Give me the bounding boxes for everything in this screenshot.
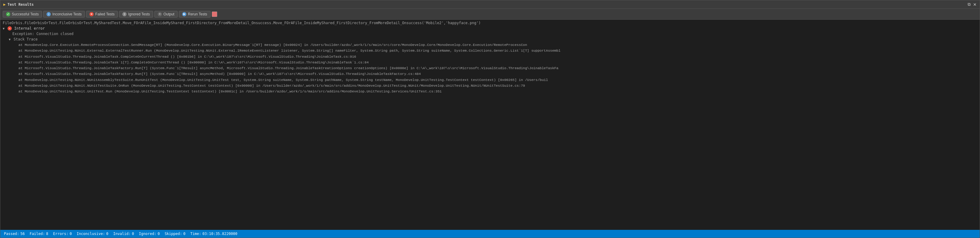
- status-passed: Passed: 56: [4, 232, 25, 236]
- tab-rerun-label: Rerun Tests: [188, 12, 207, 16]
- passed-label: Passed:: [4, 232, 19, 236]
- title-bar-right: ⧉ ✕: [967, 2, 977, 7]
- exception-text: Exception: Connection closed: [13, 32, 73, 36]
- check-icon: ✓: [6, 12, 10, 16]
- ignored-value: 0: [158, 232, 160, 236]
- title-bar-left: ▶ Test Results: [3, 2, 34, 6]
- tab-ignored[interactable]: ! Ignored Tests: [119, 11, 153, 17]
- passed-value: 56: [21, 232, 25, 236]
- time-label: Time:: [190, 232, 201, 236]
- exception-line: Exception: Connection closed: [0, 31, 980, 36]
- error-icon: ✕: [8, 26, 12, 30]
- lightning-icon: ▶: [3, 2, 6, 6]
- time-value: 03:10:35.8220000: [202, 232, 237, 236]
- file-path-text: FileOrbis.FileOrbisOrTest.FileOrbisOrTes…: [3, 21, 480, 25]
- stack-line-8: at MonoDevelop.UnitTesting.NUnit.UnitTes…: [0, 89, 980, 94]
- failed-value: 8: [46, 232, 48, 236]
- restore-button[interactable]: ⧉: [967, 2, 970, 7]
- tab-ignored-label: Ignored Tests: [128, 12, 150, 16]
- stack-trace-label: Stack Trace: [14, 37, 37, 41]
- status-failed: Failed: 8: [30, 232, 48, 236]
- stack-line-0: at MonoDevelop.Core.Execution.RemoteProc…: [0, 42, 980, 48]
- failed-label: Failed:: [30, 232, 45, 236]
- internal-error-label: Internal error: [14, 26, 45, 30]
- stack-line-3: at Microsoft.VisualStudio.Threading.Join…: [0, 59, 980, 65]
- stack-line-4: at Microsoft.VisualStudio.Threading.Join…: [0, 65, 980, 71]
- stack-line-6: at MonoDevelop.UnitTesting.NUnit.NUnitAs…: [0, 77, 980, 83]
- tab-inconclusive-label: Inconclusive Tests: [52, 12, 81, 16]
- status-time: Time: 03:10:35.8220000: [190, 232, 237, 236]
- tab-output-label: Output: [164, 12, 174, 16]
- stack-line-1: at MonoDevelop.UnitTesting.NUnit.Externa…: [0, 48, 980, 54]
- ignored-icon: !: [123, 12, 127, 16]
- window-title: Test Results: [8, 2, 34, 6]
- skipped-label: Skipped:: [165, 232, 182, 236]
- test-results-window: ▶ Test Results ⧉ ✕ ✓ Successful Tests i …: [0, 0, 980, 238]
- internal-error-row[interactable]: ▼ ✕ Internal error: [0, 26, 980, 31]
- errors-value: 0: [70, 232, 72, 236]
- tab-inconclusive[interactable]: i Inconclusive Tests: [43, 11, 85, 17]
- rerun-icon: ▶: [182, 12, 186, 16]
- color-swatch[interactable]: [212, 11, 217, 17]
- tab-successful-label: Successful Tests: [12, 12, 39, 16]
- stack-line-5: at Microsoft.VisualStudio.Threading.Join…: [0, 71, 980, 77]
- file-path-line: FileOrbis.FileOrbisOrTest.FileOrbisOrTes…: [0, 20, 980, 26]
- tab-rerun[interactable]: ▶ Rerun Tests: [179, 11, 210, 17]
- inconclusive-value: 0: [107, 232, 108, 236]
- tab-successful[interactable]: ✓ Successful Tests: [3, 11, 42, 17]
- content-area: FileOrbis.FileOrbisOrTest.FileOrbisOrTes…: [0, 20, 980, 230]
- invalid-value: 0: [132, 232, 134, 236]
- invalid-label: Invalid:: [113, 232, 131, 236]
- stack-line-7: at MonoDevelop.UnitTesting.NUnit.NUnitTe…: [0, 83, 980, 89]
- test-list[interactable]: FileOrbis.FileOrbisOrTest.FileOrbisOrTes…: [0, 20, 980, 230]
- errors-label: Errors:: [53, 232, 68, 236]
- status-errors: Errors: 0: [53, 232, 72, 236]
- status-invalid: Invalid: 0: [113, 232, 134, 236]
- status-bar: Passed: 56 Failed: 8 Errors: 0 Inconclus…: [0, 230, 980, 238]
- status-skipped: Skipped: 0: [165, 232, 186, 236]
- tab-output[interactable]: ≡ Output: [154, 11, 178, 17]
- close-button[interactable]: ✕: [973, 2, 977, 7]
- tab-failed[interactable]: ✕ Failed Tests: [86, 11, 118, 17]
- expand-arrow: ▼: [3, 27, 6, 30]
- stack-line-2: at Microsoft.VisualStudio.Threading.Join…: [0, 54, 980, 59]
- stack-expand-arrow: ▼: [9, 38, 13, 41]
- ignored-label: Ignored:: [139, 232, 156, 236]
- status-inconclusive: Inconclusive: 0: [77, 232, 108, 236]
- inconclusive-label: Inconclusive:: [77, 232, 105, 236]
- toolbar: ✓ Successful Tests i Inconclusive Tests …: [0, 9, 980, 20]
- output-icon: ≡: [158, 12, 162, 16]
- tab-failed-label: Failed Tests: [95, 12, 115, 16]
- stack-trace-header[interactable]: ▼ Stack Trace: [0, 36, 980, 42]
- failed-icon: ✕: [89, 12, 94, 16]
- skipped-value: 0: [183, 232, 186, 236]
- title-bar: ▶ Test Results ⧉ ✕: [0, 0, 980, 9]
- info-icon: i: [46, 12, 51, 16]
- status-ignored: Ignored: 0: [139, 232, 160, 236]
